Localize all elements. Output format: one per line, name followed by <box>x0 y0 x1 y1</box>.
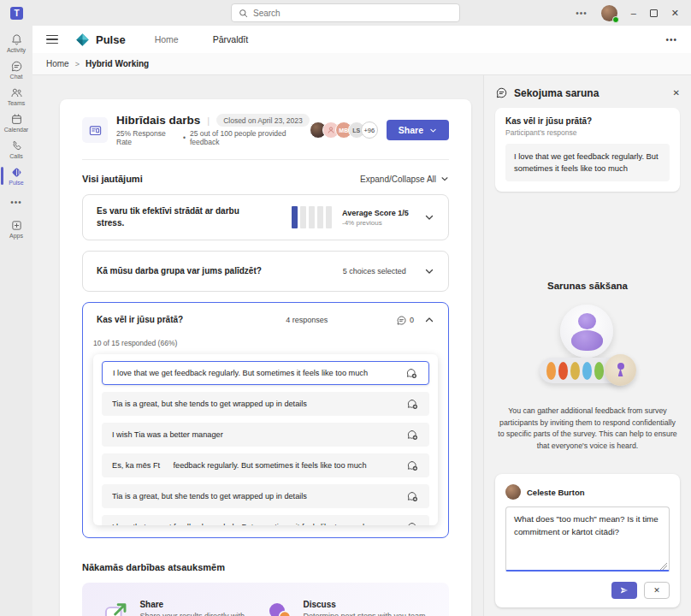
participant-response-card: Kas vēl ir jūsu prātā? Participant's res… <box>495 108 680 192</box>
breadcrumb: Home > Hybrid Working <box>32 53 691 75</box>
breadcrumb-current: Hybrid Working <box>86 59 149 68</box>
panel-close-icon[interactable]: ✕ <box>673 88 680 98</box>
sidebar-item-activity[interactable]: Activity <box>0 30 32 56</box>
chevron-down-icon <box>424 212 434 222</box>
window-titlebar: T ••• – ✕ <box>0 0 691 26</box>
response-text: I wish Tia was a better manager <box>112 430 223 439</box>
cancel-button[interactable]: ✕ <box>644 582 670 599</box>
composer-avatar <box>505 484 521 500</box>
discuss-action: Discuss Determine next steps with you te… <box>266 600 429 616</box>
close-button[interactable]: ✕ <box>671 9 679 18</box>
start-conversation-section: Sarunas sākšana <box>495 281 680 453</box>
global-search[interactable] <box>231 3 460 22</box>
tab-parvaldit[interactable]: Pārvaldīt <box>213 34 248 44</box>
question-card-1[interactable]: Es varu tik efektīvi strādāt ar darbu st… <box>82 194 449 240</box>
share-action-desc: Share your results directly with others <box>139 612 265 616</box>
lock-keyhole-icon <box>605 354 636 386</box>
response-row[interactable]: Tia is a great, but she tends to get wra… <box>102 392 429 416</box>
panel-question: Kas vēl ir jūsu prātā? <box>505 116 670 126</box>
sidebar-item-more[interactable]: ••• <box>0 189 32 216</box>
response-text: I love that we get feedback regularly. B… <box>112 523 367 525</box>
titlebar-more-icon[interactable]: ••• <box>576 9 588 18</box>
average-score-label: Average Score 1/5 <box>342 209 409 217</box>
panel-title: Sekojuma saruna <box>514 87 599 99</box>
confidential-feedback-illustration <box>534 305 641 388</box>
comment-count[interactable]: 0 <box>396 315 414 326</box>
user-avatar[interactable] <box>601 5 617 21</box>
question-3-header[interactable]: Kas vēl ir jūsu prātā? 4 responses 0 <box>83 303 448 337</box>
tab-home[interactable]: Home <box>155 34 179 44</box>
response-text: I love that we get feedback regularly. B… <box>113 369 368 377</box>
search-icon <box>239 9 248 18</box>
app-header: Pulse Home Pārvaldīt ••• <box>32 26 691 53</box>
rail-label: Teams <box>8 100 26 106</box>
chat-add-icon[interactable] <box>406 459 419 472</box>
chevron-down-icon <box>429 127 437 134</box>
app-title: Pulse <box>96 33 126 46</box>
question-3-text: Kas vēl ir jūsu prātā? <box>97 314 183 326</box>
maximize-button[interactable] <box>650 9 658 17</box>
cancel-x-icon: ✕ <box>653 586 660 595</box>
sidebar-item-pulse[interactable]: Pulse <box>0 163 32 189</box>
next-steps-title: Nākamās darbības atsauksmēm <box>82 562 449 572</box>
main-content: Hibrīdais darbs | Closed on April 23, 20… <box>32 75 483 616</box>
chat-icon <box>10 60 23 73</box>
chat-add-icon[interactable] <box>406 429 419 441</box>
breadcrumb-home[interactable]: Home <box>46 59 69 68</box>
survey-title: Hibrīdais darbs <box>116 114 200 127</box>
teams-app-icon: T <box>10 7 23 20</box>
sidebar-item-teams[interactable]: Teams <box>0 83 32 110</box>
chat-add-icon[interactable] <box>405 367 418 380</box>
rail-label: Calendar <box>4 127 28 133</box>
chat-add-icon[interactable] <box>406 398 419 411</box>
rail-label: Calls <box>9 153 23 159</box>
expand-collapse-label: Expand/Collapse All <box>360 175 436 184</box>
presence-available-icon <box>612 16 619 23</box>
response-text: Es, ka mēs Ft feedback regularly. But so… <box>112 461 367 470</box>
search-input[interactable] <box>253 9 452 18</box>
conversation-icon <box>495 86 508 99</box>
chat-add-icon[interactable] <box>406 490 419 503</box>
responses-panel[interactable]: I love that we get feedback regularly. B… <box>93 354 438 525</box>
question-2-meta: 5 choices selected <box>343 267 406 275</box>
rail-label: Apps <box>9 233 23 239</box>
score-bars <box>292 206 332 228</box>
discuss-action-desc: Determine next steps with you team <box>304 612 426 616</box>
send-icon <box>619 585 629 595</box>
response-row[interactable]: Es, ka mēs Ft feedback regularly. But so… <box>102 453 429 477</box>
survey-doc-icon <box>82 117 108 143</box>
minimize-button[interactable]: – <box>631 9 636 18</box>
sidebar-item-apps[interactable]: Apps <box>0 216 32 242</box>
header-more-icon[interactable]: ••• <box>665 35 677 44</box>
expand-collapse-all[interactable]: Expand/Collapse All <box>360 175 449 184</box>
share-action-title: Share <box>139 600 265 609</box>
discuss-action-title: Discuss <box>304 600 426 609</box>
responded-stat: 10 of 15 responded (66%) <box>93 339 438 347</box>
sidebar-item-chat[interactable]: Chat <box>0 56 32 83</box>
sidebar-item-calendar[interactable]: Calendar <box>0 110 32 136</box>
discuss-bubbles-icon <box>266 600 293 616</box>
rail-label: Activity <box>7 47 26 53</box>
chevron-up-icon <box>424 315 434 325</box>
response-row[interactable]: I wish Tia was a better manager <box>102 423 429 447</box>
chevron-down-icon <box>440 175 449 183</box>
followup-message-input[interactable]: What does "too much" mean? Is it time co… <box>505 506 670 572</box>
stat-dot: • <box>183 133 186 142</box>
response-row[interactable]: I love that we get feedback regularly. B… <box>102 361 429 385</box>
send-button[interactable] <box>611 582 637 599</box>
response-text: Tia is a great, but she tends to get wra… <box>112 492 307 500</box>
hamburger-menu-icon[interactable] <box>46 35 58 44</box>
resize-grip[interactable] <box>660 563 667 570</box>
question-card-3-expanded: Kas vēl ir jūsu prātā? 4 responses 0 <box>82 302 449 538</box>
next-steps-card: Share Share your results directly with o… <box>82 583 449 616</box>
question-card-2[interactable]: Kā mūsu darba grupa var jums palīdzēt? 5… <box>82 251 449 292</box>
feedback-stat: 25 out of 100 people provided feedback <box>190 129 310 146</box>
avatar-overflow: +96 <box>361 121 378 139</box>
sidebar-item-calls[interactable]: Calls <box>0 136 32 163</box>
response-row[interactable]: I love that we get feedback regularly. B… <box>102 515 429 525</box>
phone-icon <box>10 139 23 152</box>
share-button[interactable]: Share <box>387 120 449 140</box>
response-row[interactable]: Tia is a great, but she tends to get wra… <box>102 484 429 508</box>
participant-avatars[interactable]: MB LS +96 <box>310 121 378 139</box>
chat-add-icon[interactable] <box>406 521 419 526</box>
